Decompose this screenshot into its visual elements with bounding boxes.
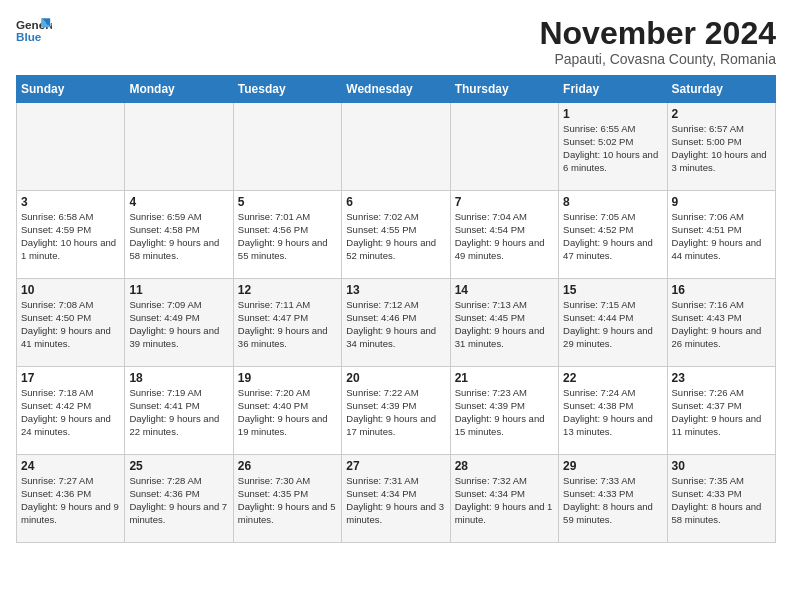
calendar-cell: 15Sunrise: 7:15 AM Sunset: 4:44 PM Dayli… [559, 279, 667, 367]
day-number: 26 [238, 459, 337, 473]
cell-content: Sunrise: 7:33 AM Sunset: 4:33 PM Dayligh… [563, 475, 662, 526]
day-of-week-header: Tuesday [233, 76, 341, 103]
cell-content: Sunrise: 7:05 AM Sunset: 4:52 PM Dayligh… [563, 211, 662, 262]
cell-content: Sunrise: 7:15 AM Sunset: 4:44 PM Dayligh… [563, 299, 662, 350]
calendar-cell: 29Sunrise: 7:33 AM Sunset: 4:33 PM Dayli… [559, 455, 667, 543]
calendar-week-row: 1Sunrise: 6:55 AM Sunset: 5:02 PM Daylig… [17, 103, 776, 191]
calendar-week-row: 17Sunrise: 7:18 AM Sunset: 4:42 PM Dayli… [17, 367, 776, 455]
day-number: 2 [672, 107, 771, 121]
cell-content: Sunrise: 7:28 AM Sunset: 4:36 PM Dayligh… [129, 475, 228, 526]
header: General Blue November 2024 Papauti, Cova… [16, 16, 776, 67]
calendar-cell: 11Sunrise: 7:09 AM Sunset: 4:49 PM Dayli… [125, 279, 233, 367]
calendar-cell: 9Sunrise: 7:06 AM Sunset: 4:51 PM Daylig… [667, 191, 775, 279]
calendar-cell: 16Sunrise: 7:16 AM Sunset: 4:43 PM Dayli… [667, 279, 775, 367]
cell-content: Sunrise: 7:23 AM Sunset: 4:39 PM Dayligh… [455, 387, 554, 438]
cell-content: Sunrise: 7:16 AM Sunset: 4:43 PM Dayligh… [672, 299, 771, 350]
cell-content: Sunrise: 7:35 AM Sunset: 4:33 PM Dayligh… [672, 475, 771, 526]
day-number: 13 [346, 283, 445, 297]
calendar-cell [125, 103, 233, 191]
cell-content: Sunrise: 7:31 AM Sunset: 4:34 PM Dayligh… [346, 475, 445, 526]
calendar-cell: 17Sunrise: 7:18 AM Sunset: 4:42 PM Dayli… [17, 367, 125, 455]
day-number: 8 [563, 195, 662, 209]
calendar-cell: 4Sunrise: 6:59 AM Sunset: 4:58 PM Daylig… [125, 191, 233, 279]
calendar-cell: 14Sunrise: 7:13 AM Sunset: 4:45 PM Dayli… [450, 279, 558, 367]
day-of-week-header: Thursday [450, 76, 558, 103]
cell-content: Sunrise: 7:30 AM Sunset: 4:35 PM Dayligh… [238, 475, 337, 526]
calendar-cell: 2Sunrise: 6:57 AM Sunset: 5:00 PM Daylig… [667, 103, 775, 191]
calendar-cell [233, 103, 341, 191]
calendar-cell: 3Sunrise: 6:58 AM Sunset: 4:59 PM Daylig… [17, 191, 125, 279]
cell-content: Sunrise: 7:22 AM Sunset: 4:39 PM Dayligh… [346, 387, 445, 438]
cell-content: Sunrise: 7:19 AM Sunset: 4:41 PM Dayligh… [129, 387, 228, 438]
day-of-week-header: Wednesday [342, 76, 450, 103]
calendar-cell: 26Sunrise: 7:30 AM Sunset: 4:35 PM Dayli… [233, 455, 341, 543]
calendar-cell [17, 103, 125, 191]
cell-content: Sunrise: 7:24 AM Sunset: 4:38 PM Dayligh… [563, 387, 662, 438]
day-number: 27 [346, 459, 445, 473]
cell-content: Sunrise: 7:02 AM Sunset: 4:55 PM Dayligh… [346, 211, 445, 262]
cell-content: Sunrise: 7:11 AM Sunset: 4:47 PM Dayligh… [238, 299, 337, 350]
svg-text:Blue: Blue [16, 30, 42, 43]
cell-content: Sunrise: 6:58 AM Sunset: 4:59 PM Dayligh… [21, 211, 120, 262]
day-number: 4 [129, 195, 228, 209]
cell-content: Sunrise: 7:18 AM Sunset: 4:42 PM Dayligh… [21, 387, 120, 438]
day-number: 24 [21, 459, 120, 473]
day-number: 15 [563, 283, 662, 297]
cell-content: Sunrise: 7:06 AM Sunset: 4:51 PM Dayligh… [672, 211, 771, 262]
cell-content: Sunrise: 7:20 AM Sunset: 4:40 PM Dayligh… [238, 387, 337, 438]
calendar-cell: 30Sunrise: 7:35 AM Sunset: 4:33 PM Dayli… [667, 455, 775, 543]
calendar-week-row: 3Sunrise: 6:58 AM Sunset: 4:59 PM Daylig… [17, 191, 776, 279]
calendar-cell: 25Sunrise: 7:28 AM Sunset: 4:36 PM Dayli… [125, 455, 233, 543]
cell-content: Sunrise: 7:04 AM Sunset: 4:54 PM Dayligh… [455, 211, 554, 262]
calendar-week-row: 24Sunrise: 7:27 AM Sunset: 4:36 PM Dayli… [17, 455, 776, 543]
day-number: 29 [563, 459, 662, 473]
calendar-cell: 13Sunrise: 7:12 AM Sunset: 4:46 PM Dayli… [342, 279, 450, 367]
calendar-cell: 22Sunrise: 7:24 AM Sunset: 4:38 PM Dayli… [559, 367, 667, 455]
cell-content: Sunrise: 7:27 AM Sunset: 4:36 PM Dayligh… [21, 475, 120, 526]
day-number: 10 [21, 283, 120, 297]
calendar-cell: 28Sunrise: 7:32 AM Sunset: 4:34 PM Dayli… [450, 455, 558, 543]
month-title: November 2024 [539, 16, 776, 51]
logo: General Blue [16, 16, 52, 44]
calendar-cell: 19Sunrise: 7:20 AM Sunset: 4:40 PM Dayli… [233, 367, 341, 455]
day-number: 1 [563, 107, 662, 121]
calendar-cell: 18Sunrise: 7:19 AM Sunset: 4:41 PM Dayli… [125, 367, 233, 455]
day-number: 17 [21, 371, 120, 385]
location-subtitle: Papauti, Covasna County, Romania [539, 51, 776, 67]
day-number: 3 [21, 195, 120, 209]
calendar-cell: 8Sunrise: 7:05 AM Sunset: 4:52 PM Daylig… [559, 191, 667, 279]
calendar-table: SundayMondayTuesdayWednesdayThursdayFrid… [16, 75, 776, 543]
calendar-cell [342, 103, 450, 191]
day-of-week-header: Monday [125, 76, 233, 103]
calendar-cell: 21Sunrise: 7:23 AM Sunset: 4:39 PM Dayli… [450, 367, 558, 455]
day-number: 18 [129, 371, 228, 385]
logo-icon: General Blue [16, 16, 52, 44]
day-number: 12 [238, 283, 337, 297]
calendar-week-row: 10Sunrise: 7:08 AM Sunset: 4:50 PM Dayli… [17, 279, 776, 367]
cell-content: Sunrise: 6:55 AM Sunset: 5:02 PM Dayligh… [563, 123, 662, 174]
cell-content: Sunrise: 6:57 AM Sunset: 5:00 PM Dayligh… [672, 123, 771, 174]
calendar-cell: 12Sunrise: 7:11 AM Sunset: 4:47 PM Dayli… [233, 279, 341, 367]
cell-content: Sunrise: 7:32 AM Sunset: 4:34 PM Dayligh… [455, 475, 554, 526]
day-of-week-header: Friday [559, 76, 667, 103]
cell-content: Sunrise: 7:13 AM Sunset: 4:45 PM Dayligh… [455, 299, 554, 350]
calendar-cell: 24Sunrise: 7:27 AM Sunset: 4:36 PM Dayli… [17, 455, 125, 543]
day-number: 19 [238, 371, 337, 385]
day-number: 11 [129, 283, 228, 297]
day-number: 14 [455, 283, 554, 297]
calendar-cell: 7Sunrise: 7:04 AM Sunset: 4:54 PM Daylig… [450, 191, 558, 279]
calendar-cell: 23Sunrise: 7:26 AM Sunset: 4:37 PM Dayli… [667, 367, 775, 455]
header-row: SundayMondayTuesdayWednesdayThursdayFrid… [17, 76, 776, 103]
day-of-week-header: Saturday [667, 76, 775, 103]
day-number: 16 [672, 283, 771, 297]
day-number: 28 [455, 459, 554, 473]
calendar-cell: 20Sunrise: 7:22 AM Sunset: 4:39 PM Dayli… [342, 367, 450, 455]
day-number: 5 [238, 195, 337, 209]
day-number: 20 [346, 371, 445, 385]
day-number: 23 [672, 371, 771, 385]
cell-content: Sunrise: 7:01 AM Sunset: 4:56 PM Dayligh… [238, 211, 337, 262]
calendar-cell: 27Sunrise: 7:31 AM Sunset: 4:34 PM Dayli… [342, 455, 450, 543]
day-number: 25 [129, 459, 228, 473]
day-of-week-header: Sunday [17, 76, 125, 103]
cell-content: Sunrise: 6:59 AM Sunset: 4:58 PM Dayligh… [129, 211, 228, 262]
